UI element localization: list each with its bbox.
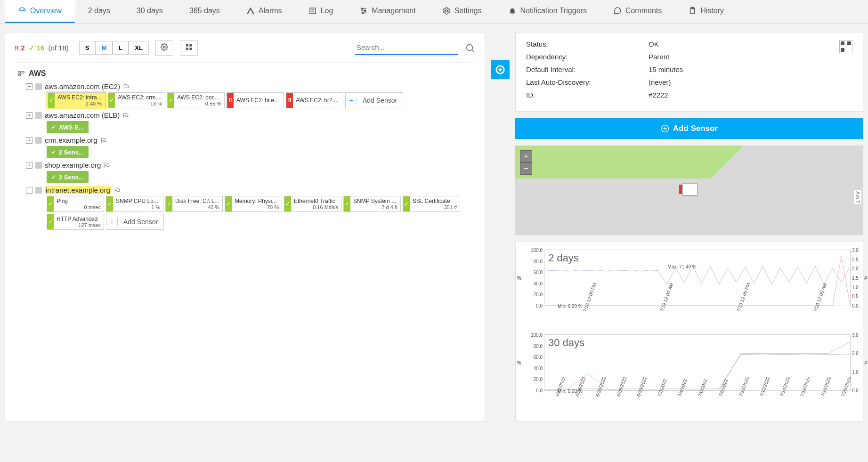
device-icon xyxy=(35,187,42,194)
map-pin[interactable] xyxy=(682,183,698,195)
qr-icon[interactable] xyxy=(839,40,852,53)
svg-rect-15 xyxy=(189,44,192,47)
info-row: ID:#2222 xyxy=(526,91,852,99)
sensor-tile[interactable]: ‼AWS EC2: hr.e... xyxy=(227,92,284,108)
flag-icon[interactable] xyxy=(104,162,110,169)
sensor-tile[interactable]: ✓SNMP CPU Lo...1 % xyxy=(106,196,163,212)
tab-history[interactable]: History xyxy=(675,0,737,23)
svg-point-18 xyxy=(467,44,473,50)
sensor-tile[interactable]: ✓Ethernet0 Traffic0.16 Mbit/s xyxy=(284,196,341,212)
device-intranet-example-org[interactable]: −intranet.example.org xyxy=(26,186,475,194)
search-icon[interactable] xyxy=(465,43,475,53)
info-row: Status:OK xyxy=(526,40,839,48)
tree-expander[interactable]: + xyxy=(26,137,32,144)
sensor-tile[interactable]: ✓AWS EC2: crm....13 % xyxy=(108,92,165,108)
svg-point-13 xyxy=(163,46,165,48)
sensor-summary-badge[interactable]: 2 Sens... xyxy=(47,171,89,183)
overview-toolbar: ‼ 2 ✓ 16 (of 18) SMLXL xyxy=(15,40,475,63)
tree-expander[interactable]: + xyxy=(26,112,32,119)
device-tree: AWS−aws.amazon.com (EC2)✓AWS EC2: intra.… xyxy=(15,69,475,230)
svg-rect-14 xyxy=(186,44,188,47)
add-sensor-inline[interactable]: +Add Sensor xyxy=(345,92,403,108)
sensor-tile[interactable]: ✓Disk Free: C:\ L...40 % xyxy=(165,196,223,212)
size-m-button[interactable]: M xyxy=(95,41,113,55)
add-fab-button[interactable] xyxy=(491,60,510,79)
sensor-tile[interactable]: ✓Memory: Physi...70 % xyxy=(225,196,282,212)
map-zoom-out[interactable]: − xyxy=(520,162,532,175)
tab-management[interactable]: Management xyxy=(346,0,429,23)
sensor-tile[interactable]: ✓HTTP Advanced127 msec xyxy=(47,214,104,230)
device-aws-amazon-com-elb-[interactable]: +aws.amazon.com (ELB) xyxy=(26,111,475,119)
map-widget[interactable]: + − Am T xyxy=(515,146,863,235)
tab-settings[interactable]: Settings xyxy=(429,0,495,23)
svg-point-10 xyxy=(445,10,447,12)
map-zoom-in[interactable]: + xyxy=(520,150,532,162)
group-icon xyxy=(17,70,25,77)
svg-point-7 xyxy=(362,8,363,9)
tab-overview[interactable]: Overview xyxy=(5,0,75,23)
device-icon xyxy=(35,162,42,169)
tree-expander[interactable]: + xyxy=(26,162,32,169)
ok-count: ✓ 16 xyxy=(29,44,45,52)
sensor-tile[interactable]: ✓SNMP System ...7 d 4 h xyxy=(343,196,401,212)
sensor-summary-badge[interactable]: 2 Sens... xyxy=(47,146,89,158)
size-l-button[interactable]: L xyxy=(113,41,129,55)
flag-icon[interactable] xyxy=(114,187,121,194)
device-icon xyxy=(35,112,42,119)
sensor-tile[interactable]: ‼AWS EC2: hr2.... xyxy=(286,92,343,108)
svg-rect-16 xyxy=(186,48,188,50)
tab-365-days[interactable]: 365 days xyxy=(176,0,233,23)
search-input[interactable] xyxy=(355,41,458,55)
gear-icon[interactable] xyxy=(155,40,173,56)
sensor-summary-badge[interactable]: AWS E... xyxy=(47,121,89,133)
tab-log[interactable]: Log xyxy=(295,0,347,23)
device-icon xyxy=(35,83,42,90)
charts-card: 0.020.040.060.080.0100.0%0.00.51.01.52.0… xyxy=(515,242,863,421)
info-row: Dependency:Parent xyxy=(526,53,839,61)
group-header[interactable]: AWS xyxy=(17,69,475,78)
tree-expander[interactable]: − xyxy=(26,187,32,194)
tree-expander[interactable]: − xyxy=(26,83,32,90)
page-tabs: Overview2 days30 days365 daysAlarmsLogMa… xyxy=(0,0,868,24)
sensor-tile[interactable]: ✓Ping0 msec xyxy=(47,196,104,212)
flag-icon[interactable] xyxy=(123,83,130,90)
svg-rect-17 xyxy=(189,48,192,50)
svg-rect-21 xyxy=(22,72,24,73)
device-crm-example-org[interactable]: +crm.example.org xyxy=(26,136,475,144)
flag-icon[interactable] xyxy=(100,137,107,144)
flag-icon[interactable] xyxy=(122,112,129,119)
tab-2-days[interactable]: 2 days xyxy=(75,0,123,23)
error-count: ‼ 2 xyxy=(15,44,25,52)
tab-comments[interactable]: Comments xyxy=(600,0,675,23)
svg-rect-22 xyxy=(18,74,21,76)
svg-line-19 xyxy=(472,50,474,52)
sensor-tile[interactable]: ✓AWS EC2: doc...0.55 % xyxy=(167,92,225,108)
device-icon xyxy=(35,137,42,144)
svg-point-9 xyxy=(362,12,364,14)
sensor-tile[interactable]: ✓AWS EC2: intra...2.40 % xyxy=(47,92,106,108)
map-attribution: Am T xyxy=(854,190,861,204)
size-s-button[interactable]: S xyxy=(79,41,96,55)
object-info-card: Status:OKDependency:ParentDefault Interv… xyxy=(515,32,863,112)
info-row: Last Auto-Discovery:(never) xyxy=(526,78,852,86)
tab-alarms[interactable]: Alarms xyxy=(233,0,295,23)
info-row: Default Interval:15 minutes xyxy=(526,65,852,73)
device-aws-amazon-com-ec2-[interactable]: −aws.amazon.com (EC2) xyxy=(26,82,475,90)
tab-30-days[interactable]: 30 days xyxy=(123,0,176,23)
svg-rect-20 xyxy=(18,72,21,73)
sensor-tile[interactable]: ✓SSL Certificate351 # xyxy=(403,196,460,212)
grid-view-icon[interactable] xyxy=(180,40,198,56)
add-sensor-inline[interactable]: +Add Sensor xyxy=(106,214,164,230)
tab-notification-triggers[interactable]: Notification Triggers xyxy=(495,0,600,23)
total-count: (of 18) xyxy=(48,44,68,52)
svg-point-8 xyxy=(365,10,366,12)
add-sensor-button[interactable]: Add Sensor xyxy=(515,118,863,139)
size-xl-button[interactable]: XL xyxy=(129,41,149,55)
sensor-overview-card: ‼ 2 ✓ 16 (of 18) SMLXL AWS−aws.amazon.co… xyxy=(5,32,485,421)
tile-size-buttons: SMLXL xyxy=(79,41,149,55)
device-shop-example-org[interactable]: +shop.example.org xyxy=(26,161,475,169)
